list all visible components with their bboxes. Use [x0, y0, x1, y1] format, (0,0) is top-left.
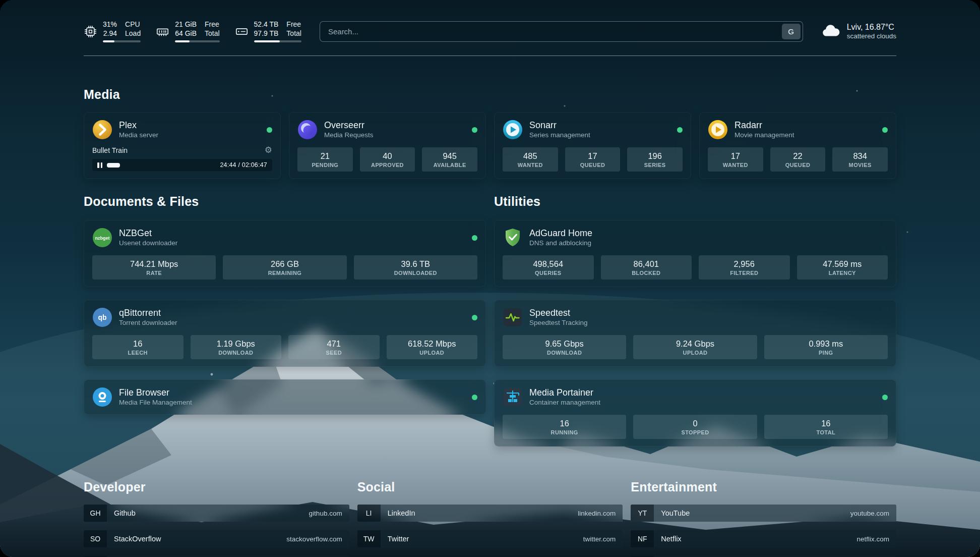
status-dot — [472, 235, 477, 241]
service-subtitle: Usenet downloader — [119, 239, 177, 248]
service-subtitle: DNS and adblocking — [529, 239, 592, 248]
service-name: Sonarr — [529, 120, 590, 131]
bookmark-name: LinkedIn — [388, 509, 415, 517]
playback-progress-bar[interactable] — [107, 163, 215, 168]
bookmark-github[interactable]: GH Github github.com — [84, 505, 349, 522]
stat-remaining: 266 GB REMAINING — [223, 255, 346, 280]
cpu-percent: 31% — [103, 20, 117, 29]
section-title-social: Social — [357, 480, 623, 494]
cpu-chip-icon — [84, 25, 97, 38]
sonarr-icon — [503, 120, 523, 140]
service-card-sonarr[interactable]: Sonarr Series management 485 WANTED 17 Q… — [494, 112, 691, 179]
weather-widget: Lviv, 16.87°C scattered clouds — [821, 22, 896, 41]
bookmark-youtube[interactable]: YT YouTube youtube.com — [631, 505, 896, 522]
service-card-nzbget[interactable]: nzbget NZBGet Usenet downloader 744.21 M… — [84, 220, 486, 287]
memory-total-label: Total — [205, 29, 220, 38]
cpu-load-value: 2.94 — [103, 29, 117, 38]
service-card-radarr[interactable]: Radarr Movie management 17 WANTED 22 QUE… — [699, 112, 896, 179]
dashboard-content: 31% CPU 2.94 Load 21 GiB — [0, 0, 980, 557]
status-dot — [472, 127, 477, 133]
status-dot — [267, 127, 272, 133]
status-dot — [472, 315, 477, 320]
service-name: qBittorrent — [119, 307, 177, 319]
svg-text:qb: qb — [98, 313, 106, 321]
portainer-crane-icon — [503, 387, 523, 407]
section-documents-files: Documents & Files nzbget NZBGet Usenet d… — [84, 194, 486, 447]
bookmark-url: github.com — [309, 510, 342, 517]
weather-condition: scattered clouds — [847, 32, 896, 41]
service-name: Radarr — [734, 120, 794, 131]
plex-icon — [92, 120, 112, 140]
service-card-portainer[interactable]: Media Portainer Container management 16 … — [494, 379, 896, 447]
service-name: Overseerr — [324, 120, 374, 131]
service-name: Media Portainer — [529, 387, 600, 399]
service-card-adguard[interactable]: AdGuard Home DNS and adblocking 498,564 … — [494, 220, 896, 287]
weather-location: Lviv, 16.87°C — [847, 22, 896, 32]
bookmark-netflix[interactable]: NF Netflix netflix.com — [631, 530, 896, 547]
cloud-icon — [821, 22, 840, 41]
disk-widget: 52.4 TB Free 97.9 TB Total — [235, 20, 301, 42]
section-utilities: Utilities AdGuard Home DNS and adblockin… — [494, 194, 896, 447]
stat-running: 16 RUNNING — [503, 415, 626, 439]
bookmark-twitter[interactable]: TW Twitter twitter.com — [357, 530, 623, 547]
filebrowser-icon — [92, 387, 112, 407]
nzbget-icon: nzbget — [92, 228, 112, 248]
section-title-documents: Documents & Files — [84, 194, 486, 209]
middle-sections: Documents & Files nzbget NZBGet Usenet d… — [84, 194, 896, 447]
section-social: Social LI LinkedIn linkedin.com TW Twitt… — [357, 480, 623, 557]
search-engine-button[interactable]: G — [782, 24, 801, 39]
section-media: Media Plex Media server — [84, 87, 896, 179]
service-name: Speedtest — [529, 307, 588, 319]
bookmark-url: stackoverflow.com — [286, 535, 342, 543]
section-entertainment: Entertainment YT YouTube youtube.com NF … — [631, 480, 896, 557]
stat-wanted: 17 WANTED — [708, 147, 763, 172]
radarr-icon — [708, 120, 728, 140]
svg-text:nzbget: nzbget — [95, 236, 110, 241]
section-title-entertainment: Entertainment — [631, 480, 896, 494]
status-dot — [882, 395, 888, 400]
disk-usage-bar — [254, 40, 301, 42]
stat-queries: 498,564 QUERIES — [503, 255, 594, 280]
stat-approved: 40 APPROVED — [360, 147, 415, 172]
bookmark-abbr: LI — [357, 505, 381, 522]
stat-download: 1.19 Gbps DOWNLOAD — [191, 335, 282, 359]
bookmark-name: Netflix — [661, 535, 681, 543]
media-card-grid: Plex Media server Bullet Train ⚙ 24:44 /… — [84, 112, 896, 179]
cpu-usage-bar — [103, 40, 141, 42]
service-card-qbittorrent[interactable]: qb qBittorrent Torrent downloader 16 LEE… — [84, 300, 486, 367]
bookmark-url: linkedin.com — [578, 510, 616, 517]
service-subtitle: Media Requests — [324, 131, 374, 140]
stat-blocked: 86,401 BLOCKED — [601, 255, 692, 280]
stat-filtered: 2,956 FILTERED — [699, 255, 790, 280]
settings-gear-icon[interactable]: ⚙ — [265, 146, 272, 154]
service-card-plex[interactable]: Plex Media server Bullet Train ⚙ 24:44 /… — [84, 112, 281, 179]
service-card-filebrowser[interactable]: File Browser Media File Management — [84, 379, 486, 415]
dashboard-screen: 31% CPU 2.94 Load 21 GiB — [0, 0, 980, 557]
service-subtitle: Movie management — [734, 131, 794, 140]
bookmark-abbr: SO — [84, 530, 107, 547]
search-input[interactable] — [320, 21, 803, 42]
service-name: File Browser — [119, 387, 192, 399]
service-name: NZBGet — [119, 228, 177, 239]
cpu-label: CPU — [125, 20, 141, 29]
memory-free-value: 21 GiB — [175, 20, 197, 29]
bookmark-abbr: YT — [631, 505, 654, 522]
service-card-overseerr[interactable]: Overseerr Media Requests 21 PENDING 40 A… — [289, 112, 486, 179]
stat-download: 9.65 Gbps DOWNLOAD — [503, 335, 626, 359]
disk-total-label: Total — [286, 29, 301, 38]
stat-movies: 834 MOVIES — [832, 147, 888, 172]
bookmark-abbr: NF — [631, 530, 654, 547]
stat-series: 196 SERIES — [627, 147, 683, 172]
service-card-speedtest[interactable]: Speedtest Speedtest Tracking 9.65 Gbps D… — [494, 300, 896, 367]
stat-ping: 0.993 ms PING — [764, 335, 888, 359]
memory-ram-icon — [156, 25, 169, 38]
service-subtitle: Speedtest Tracking — [529, 319, 588, 327]
stat-stopped: 0 STOPPED — [633, 415, 757, 439]
bookmark-abbr: TW — [357, 530, 381, 547]
memory-total-value: 64 GiB — [175, 29, 197, 38]
bookmark-stackoverflow[interactable]: SO StackOverflow stackoverflow.com — [84, 530, 349, 547]
stat-upload: 618.52 Mbps UPLOAD — [387, 335, 478, 359]
bookmark-linkedin[interactable]: LI LinkedIn linkedin.com — [357, 505, 623, 522]
memory-widget: 21 GiB Free 64 GiB Total — [156, 20, 219, 42]
pause-icon[interactable] — [97, 162, 102, 168]
